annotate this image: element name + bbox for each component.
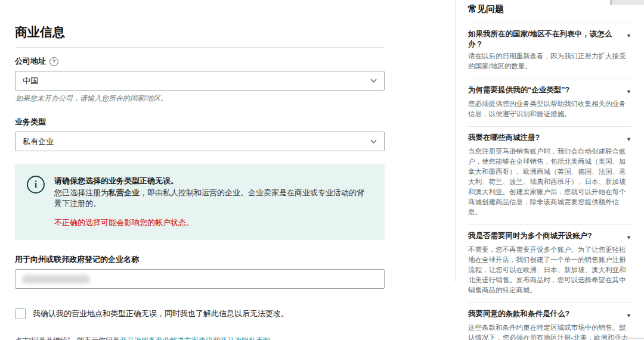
help-tooltip-icon[interactable]: ?: [49, 57, 58, 66]
agreement-text: 点击“同意并继续”，即表示您同意亚马逊服务商业解决方案协议和亚马逊隐私声明。 如…: [15, 335, 422, 340]
redacted-business-name: [23, 275, 89, 283]
business-type-select[interactable]: 私有企业: [15, 132, 385, 151]
chevron-down-icon: [370, 79, 377, 83]
faq-question-text: 如果我所在的国家/地区不在列表中，该怎么办？: [468, 29, 621, 49]
faq-question-text: 为何需要提供我的“企业类型”?: [468, 85, 569, 95]
business-name-input[interactable]: [15, 269, 385, 289]
faq-item: 为何需要提供我的“企业类型”? ▼ 您必须提供您的业务类型以帮助我们收集相关的业…: [468, 79, 631, 127]
faq-title: 常见问题: [468, 4, 631, 23]
company-address-helper: 如果您未开办公司，请输入您所在的国家/地区。: [16, 93, 422, 104]
faq-item: 我是否需要同时为多个商城开设账户? ▼ 不需要，您不再需要开设多个账户。为了让您…: [468, 225, 631, 303]
company-address-label: 公司地址: [15, 56, 46, 67]
business-type-notice: i 请确保您选择的业务类型正确无误。 您已选择注册为私营企业，即由私人控制和运营…: [15, 164, 385, 240]
faq-answer-text: 不需要，您不再需要开设多个账户。为了让您更轻松地在全球开店，我们创建了一个单一的…: [468, 245, 631, 295]
agreement-line1-prefix: 点击“同意并继续”，即表示您同意: [15, 336, 120, 340]
business-solutions-agreement-link[interactable]: 亚马逊服务商业解决方案协议: [120, 336, 213, 340]
faq-question-toggle[interactable]: 我要在哪些商城注册? ▼: [468, 133, 631, 145]
faq-answer-text: 请在以后的日期重新查看，因为我们正努力扩大接受的国家/地区的数量。: [468, 51, 631, 71]
business-type-value: 私有企业: [23, 136, 54, 147]
caret-down-icon: ▼: [626, 87, 631, 97]
faq-question-toggle[interactable]: 为何需要提供我的“企业类型”? ▼: [468, 85, 631, 97]
agreement-line1-suffix: 。: [270, 336, 277, 340]
company-address-label-row: 公司地址 ?: [15, 56, 422, 67]
notice-content: 请确保您选择的业务类型正确无误。 您已选择注册为私营企业，即由私人控制和运营的企…: [54, 176, 371, 228]
info-icon: i: [27, 176, 45, 194]
faq-sidebar: 常见问题 如果我所在的国家/地区不在列表中，该怎么办？ ▼ 请在以后的日期重新查…: [468, 4, 631, 340]
confirm-checkbox-row: 我确认我的营业地点和类型正确无误，同时我也了解此信息以后无法更改。: [15, 308, 422, 319]
business-type-label: 业务类型: [15, 117, 422, 127]
agreement-line-1: 点击“同意并继续”，即表示您同意亚马逊服务商业解决方案协议和亚马逊隐私声明。: [15, 335, 422, 340]
caret-down-icon: ▼: [626, 233, 631, 243]
caret-down-icon: ▼: [626, 135, 631, 145]
faq-answer-text: 这些条款和条件约束在特定区域或市场中的销售。默认情况下，您必须在所有地区注册-北…: [468, 323, 631, 340]
notice-body-prefix: 您已选择注册为: [54, 188, 109, 197]
faq-question-text: 我要同意的条款和条件是什么?: [468, 309, 569, 319]
content-sidebar-divider: [455, 0, 456, 282]
notice-body: 您已选择注册为私营企业，即由私人控制和运营的企业。企业卖家是在商业或专业活动的背…: [54, 188, 371, 209]
faq-answer-text: 当您注册亚马逊销售账户时，我们会自动创建联合账户，使您能够在全球销售，包括北美商…: [468, 146, 631, 217]
notice-warning: 不正确的选择可能会影响您的帐户状态。: [54, 217, 371, 228]
caret-down-icon: ▼: [626, 31, 631, 41]
faq-question-toggle[interactable]: 我是否需要同时为多个商城开设账户? ▼: [468, 231, 631, 243]
notice-body-bold: 私营企业: [109, 188, 140, 197]
horizontal-scrollbar-fragment[interactable]: [610, 0, 644, 5]
faq-item: 如果我所在的国家/地区不在列表中，该怎么办？ ▼ 请在以后的日期重新查看，因为我…: [468, 23, 631, 79]
title-divider: [15, 47, 385, 48]
agreement-line1-mid: 和: [213, 336, 220, 340]
page-title: 商业信息: [15, 24, 422, 40]
business-name-label: 用于向州或联邦政府登记的企业名称: [15, 254, 422, 265]
privacy-notice-link[interactable]: 亚马逊隐私声明: [220, 336, 270, 340]
chevron-down-icon: [370, 139, 377, 144]
notice-heading: 请确保您选择的业务类型正确无误。: [54, 176, 371, 186]
confirm-checkbox-label: 我确认我的营业地点和类型正确无误，同时我也了解此信息以后无法更改。: [33, 308, 289, 319]
confirm-checkbox[interactable]: [15, 308, 26, 319]
horizontal-scrollbar-fragment[interactable]: [609, 338, 644, 339]
faq-question-text: 我要在哪些商城注册?: [468, 133, 540, 143]
faq-item: 我要同意的条款和条件是什么? ▼ 这些条款和条件约束在特定区域或市场中的销售。默…: [468, 303, 631, 340]
business-info-form: 商业信息 公司地址 ? 中国 如果您未开办公司，请输入您所在的国家/地区。 业务…: [15, 24, 422, 340]
faq-item: 我要在哪些商城注册? ▼ 当您注册亚马逊销售账户时，我们会自动创建联合账户，使您…: [468, 127, 631, 225]
faq-question-toggle[interactable]: 如果我所在的国家/地区不在列表中，该怎么办？ ▼: [468, 29, 631, 49]
company-address-value: 中国: [23, 76, 38, 86]
faq-question-text: 我是否需要同时为多个商城开设账户?: [468, 231, 592, 241]
business-information-page: 商业信息 公司地址 ? 中国 如果您未开办公司，请输入您所在的国家/地区。 业务…: [0, 0, 644, 340]
caret-down-icon: ▼: [626, 311, 631, 321]
faq-question-toggle[interactable]: 我要同意的条款和条件是什么? ▼: [468, 309, 631, 321]
company-address-select[interactable]: 中国: [15, 71, 385, 91]
faq-answer-text: 您必须提供您的业务类型以帮助我们收集相关的业务信息，以便遵守识别和验证措施。: [468, 99, 631, 119]
